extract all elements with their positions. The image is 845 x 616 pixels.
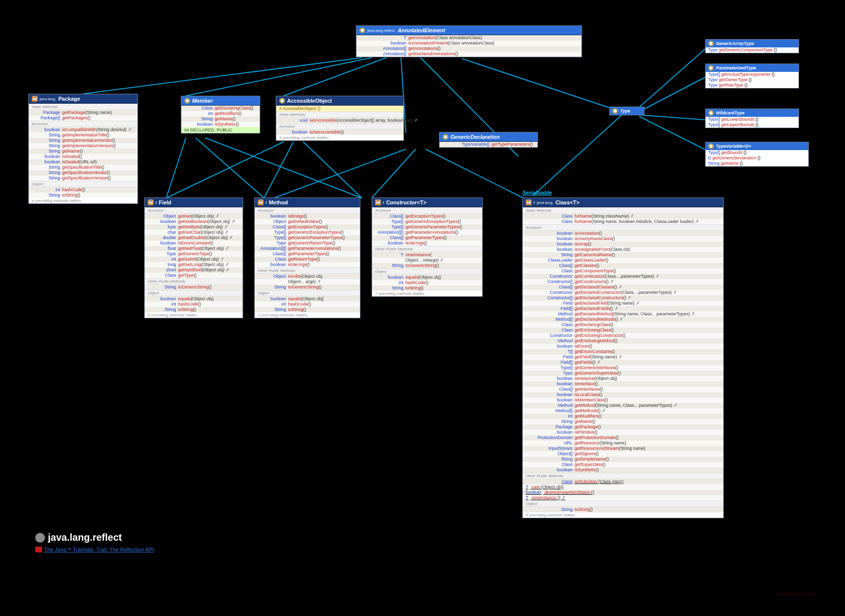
method-row: Type getGenericComponentType () <box>706 47 799 53</box>
method-row: T getAnnotation (Class annotationClass) <box>356 35 581 41</box>
method-row: Class[] getParameterTypes () <box>372 235 482 241</box>
class-icon <box>526 199 532 205</box>
svg-line-15 <box>633 49 705 112</box>
method-row: Field[] getFields ()✗ <box>523 360 723 365</box>
method-row: Class getComponentType () <box>523 268 723 274</box>
section-object: Object <box>145 290 243 296</box>
method-row: Type[] getGenericParameterTypes () <box>372 224 482 230</box>
section-accessor: Accessor <box>255 207 360 214</box>
method-row: boolean equals (Object obj) <box>255 296 360 302</box>
method-row: boolean isSynthetic () <box>181 122 260 127</box>
svg-line-8 <box>166 142 284 198</box>
section-static: Static Methods <box>523 207 723 214</box>
tutorial-link-text: The Java™ Tutorials: Trail: The Reflecti… <box>44 547 154 552</box>
wildcard-type-box: WildcardType Type[] getLowerBounds ()Typ… <box>705 109 799 128</box>
type-header: Type <box>610 107 644 115</box>
method-row: Type[] getBounds () <box>706 150 808 155</box>
package-icon <box>35 533 45 543</box>
method-row: T[] getEnumConstants () <box>523 349 723 354</box>
type-variable-box: TypeVariable<D> Type[] getBounds ()D get… <box>705 142 809 167</box>
svg-line-0 <box>83 58 362 94</box>
method-row: boolean equals (Object obj) <box>145 296 243 302</box>
interface-icon <box>612 108 618 114</box>
method-row: int getModifiers () <box>523 414 723 419</box>
method-row: Field getDeclaredField (String name)✗ <box>523 301 723 306</box>
generic-array-type-name: GenericArrayType <box>716 41 754 46</box>
method-row: boolean isSealed () <box>29 154 137 159</box>
method-row: T newInstance ()✗ <box>523 495 723 501</box>
method-row: Field getField (String name)✗ <box>523 354 723 360</box>
class-icon <box>375 199 381 205</box>
svg-line-10 <box>303 142 362 198</box>
method-row: Type[] getGenericExceptionTypes () <box>372 219 482 224</box>
field-name: Field <box>159 199 172 205</box>
section-accessor: Accessor <box>145 207 243 214</box>
annotated-element-name: AnnotatedElement <box>398 27 445 33</box>
svg-line-2 <box>284 58 386 96</box>
method-row: Object getDefaultValue () <box>255 219 360 224</box>
method-footer: 7 overriding methods hidden <box>255 312 360 318</box>
method-row: boolean isAssignableFrom (Class cls) <box>523 247 723 252</box>
method-row: int hashCode () <box>255 302 360 307</box>
method-row: Type getOwnerType () <box>706 77 799 83</box>
package-header: java.lang. Package <box>29 94 137 104</box>
method-row: Class asSubclass (Class clazz) <box>523 479 723 484</box>
method-row: boolean isInstance (Object obj) <box>523 376 723 381</box>
section-accessor: Accessor <box>523 224 723 231</box>
class-icon <box>32 96 38 102</box>
method-row: Type getRawType () <box>706 83 799 88</box>
generic-declaration-name: GenericDeclaration <box>450 134 500 140</box>
field-box: fField Accessor Object get/set (Object o… <box>144 198 243 318</box>
method-row: String getSpecificationVersion () <box>29 176 137 181</box>
method-row: int getModifiers () <box>181 111 260 116</box>
method-row: Class[] getDeclaredClasses ()✗ <box>523 285 723 290</box>
method-row: Method getEnclosingMethod () <box>523 338 723 344</box>
member-name: Member <box>192 98 213 104</box>
method-row: Class[] getInterfaces () <box>523 387 723 392</box>
method-row: URL getResource (String name) <box>523 440 723 446</box>
accessible-object-footer: 4 overriding methods hidden <box>276 135 403 140</box>
member-constants: int DECLARED, PUBLIC <box>181 127 260 133</box>
method-row: TypeVariable[] getTypeParameters () <box>440 142 537 147</box>
accessible-object-name: AccessibleObject <box>287 98 332 104</box>
interface-icon <box>279 98 285 104</box>
method-row: Class[] getParameterTypes () <box>255 251 360 257</box>
class-pkg: java.lang. <box>537 200 554 205</box>
method-row: boolean equals (Object obj) <box>372 275 482 280</box>
method-row: Constructor[] getDeclaredConstructors ()… <box>523 295 723 301</box>
method-row: Class getDeclaringClass () <box>523 322 723 328</box>
method-row: boolean isAnnotation () <box>523 231 723 236</box>
class-icon <box>148 199 154 205</box>
section-object: Object <box>29 181 137 187</box>
type-box: Type <box>609 107 645 115</box>
class-name: Class<T> <box>556 199 579 205</box>
method-row: String getCanonicalName () <box>523 252 723 258</box>
method-row: D getGenericDeclaration () <box>706 155 808 161</box>
tutorial-link[interactable]: The Java™ Tutorials: Trail: The Reflecti… <box>35 547 154 552</box>
section-other: Other Public Methods <box>372 246 482 252</box>
oracle-icon <box>35 547 42 552</box>
svg-line-5 <box>166 138 186 198</box>
method-row: Class getSuperclass () <box>523 462 723 467</box>
method-row: String getName () <box>523 419 723 424</box>
method-row: boolean isEnum () <box>523 344 723 349</box>
method-row: String toGenericString () <box>372 263 482 268</box>
parameterized-type-name: ParameterizedType <box>716 66 756 70</box>
method-row: Constructor getEnclosingConstructor () <box>523 333 723 338</box>
method-row: T cast (Object obj) <box>523 484 723 490</box>
method-row: boolean isAnnotationPresent (Class annot… <box>356 41 581 46</box>
method-row: String toGenericString () <box>145 285 243 290</box>
interface-icon <box>708 65 714 71</box>
constructor-footer: 7 overriding methods hidden <box>372 291 482 296</box>
method-row: boolean desiredAssertionStatus () <box>523 490 723 495</box>
method-row: boolean is/setAccessible () <box>276 130 403 135</box>
method-name: Method <box>269 199 288 205</box>
method-row: boolean isSealed (URL url) <box>29 159 137 165</box>
interface-icon <box>184 98 190 104</box>
method-row: Type getGenericSuperclass () <box>523 371 723 376</box>
constructor-name: Constructor<T> <box>386 199 427 205</box>
method-row: int hashCode () <box>145 302 243 307</box>
method-row: String toString () <box>372 286 482 291</box>
annotated-element-header: java.lang.reflect. AnnotatedElement <box>356 26 581 35</box>
method-row: Object invoke (Object obj, <box>255 274 360 279</box>
